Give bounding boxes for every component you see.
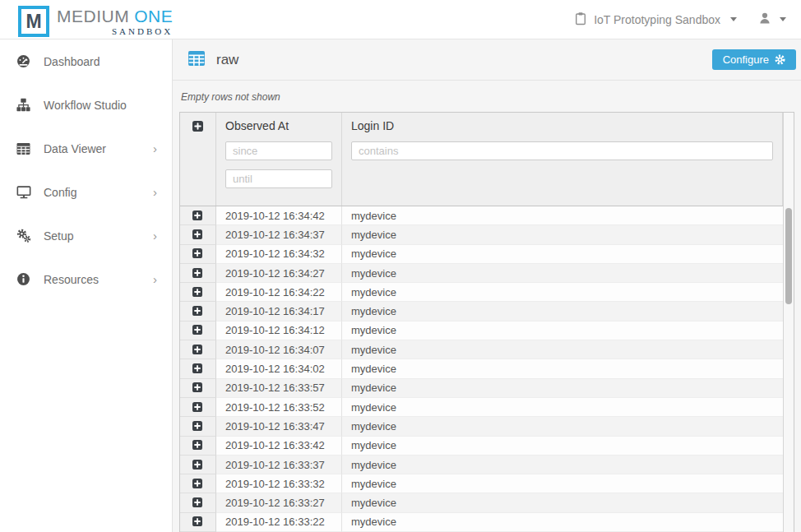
login-id-cell: mydevice	[342, 513, 783, 532]
brand-name-medium: MEDIUM	[57, 7, 129, 25]
plus-square-icon	[192, 121, 203, 206]
table-row: 2019-10-12 16:33:57 mydevice	[180, 379, 794, 398]
filter-since-input[interactable]	[225, 141, 332, 160]
sidebar-item-config[interactable]: Config ›	[0, 170, 172, 214]
expand-row-button[interactable]	[192, 268, 203, 279]
filter-until-input[interactable]	[225, 169, 332, 188]
login-id-cell: mydevice	[342, 379, 783, 398]
expand-row-button[interactable]	[192, 287, 203, 298]
chevron-right-icon: ›	[153, 273, 157, 285]
sidebar-item-data-viewer[interactable]: Data Viewer ›	[0, 127, 172, 170]
expand-row-button[interactable]	[192, 248, 203, 259]
expand-row-button[interactable]	[192, 421, 203, 432]
plus-square-icon	[192, 345, 202, 354]
expand-row-button[interactable]	[192, 345, 203, 355]
expand-row-button[interactable]	[192, 325, 203, 335]
sidebar-item-label: Workflow Studio	[44, 99, 127, 112]
expand-row-cell	[180, 302, 216, 321]
sidebar-item-workflow-studio[interactable]: Workflow Studio	[0, 83, 172, 127]
table-row: 2019-10-12 16:34:17 mydevice	[180, 302, 794, 321]
brand-names: MEDIUM ONE SANDBOX	[57, 7, 173, 36]
login-id-cell: mydevice	[342, 245, 783, 264]
expand-row-cell	[180, 322, 216, 340]
brand-logo[interactable]: M MEDIUM ONE SANDBOX	[18, 2, 173, 37]
table-row: 2019-10-12 16:33:22 mydevice	[180, 513, 794, 532]
plus-square-icon	[192, 248, 202, 258]
project-selector-label: IoT Prototyping Sandbox	[594, 13, 720, 26]
expand-row-cell	[180, 417, 216, 436]
login-id-cell: mydevice	[342, 437, 783, 456]
expand-row-button[interactable]	[192, 363, 203, 374]
expand-row-cell	[180, 493, 216, 512]
expand-row-cell	[180, 513, 216, 532]
sidebar-item-label: Dashboard	[44, 55, 100, 68]
table-header-row: Observed At Login ID	[180, 113, 794, 206]
expand-row-cell	[180, 379, 216, 398]
observed-at-cell: 2019-10-12 16:33:27	[216, 493, 342, 512]
plus-square-icon	[192, 460, 202, 470]
expand-row-cell	[180, 437, 216, 456]
sidebar-item-label: Resources	[44, 273, 99, 286]
expand-row-button[interactable]	[192, 229, 203, 240]
table-row: 2019-10-12 16:33:27 mydevice	[180, 493, 794, 512]
expand-row-cell	[180, 474, 216, 493]
expand-row-button[interactable]	[192, 497, 203, 508]
data-table: Observed At Login ID 2019-10-12 16:	[179, 112, 794, 532]
sidebar-item-setup[interactable]: Setup ›	[0, 214, 172, 257]
sidebar-item-label: Config	[44, 186, 76, 199]
scrollbar-thumb[interactable]	[785, 208, 792, 304]
observed-at-cell: 2019-10-12 16:34:32	[216, 245, 342, 264]
column-label: Login ID	[351, 119, 773, 132]
expand-row-button[interactable]	[192, 210, 203, 221]
login-id-cell: mydevice	[342, 456, 783, 474]
expand-row-button[interactable]	[192, 460, 203, 470]
gear-icon	[775, 54, 785, 65]
observed-at-cell: 2019-10-12 16:33:37	[216, 456, 342, 474]
expand-row-button[interactable]	[192, 479, 203, 489]
filter-contains-input[interactable]	[351, 141, 773, 160]
plus-square-icon	[192, 268, 202, 278]
table-row: 2019-10-12 16:33:37 mydevice	[180, 456, 794, 474]
project-selector-dropdown[interactable]: IoT Prototyping Sandbox	[574, 12, 737, 28]
main-content: raw Configure Empty rows not shown	[173, 39, 801, 532]
login-id-cell: mydevice	[342, 302, 783, 321]
expand-row-button[interactable]	[192, 516, 203, 527]
desktop-icon	[16, 185, 31, 200]
observed-at-cell: 2019-10-12 16:34:12	[216, 322, 342, 340]
table-row: 2019-10-12 16:34:27 mydevice	[180, 264, 794, 283]
expand-row-button[interactable]	[192, 402, 203, 413]
plus-square-icon	[192, 382, 202, 392]
observed-at-cell: 2019-10-12 16:33:42	[216, 437, 342, 456]
expand-row-button[interactable]	[192, 306, 203, 317]
table-row: 2019-10-12 16:34:37 mydevice	[180, 225, 794, 244]
chevron-right-icon: ›	[153, 186, 157, 198]
clipboard-icon	[574, 12, 587, 28]
plus-square-icon	[192, 516, 202, 526]
table-icon	[188, 50, 206, 70]
login-id-cell: mydevice	[342, 264, 783, 283]
table-row: 2019-10-12 16:34:32 mydevice	[180, 245, 794, 264]
expand-row-cell	[180, 283, 216, 302]
observed-at-cell: 2019-10-12 16:34:22	[216, 283, 342, 302]
expand-row-button[interactable]	[192, 440, 203, 451]
observed-at-cell: 2019-10-12 16:34:37	[216, 225, 342, 244]
sidebar-nav: Dashboard Workflow Studio Data Viewer › …	[0, 39, 173, 532]
configure-button[interactable]: Configure	[712, 49, 796, 70]
caret-down-icon	[780, 17, 786, 21]
observed-at-cell: 2019-10-12 16:33:52	[216, 398, 342, 417]
plus-square-icon	[192, 229, 202, 239]
table-row: 2019-10-12 16:34:12 mydevice	[180, 322, 794, 340]
sidebar-item-dashboard[interactable]: Dashboard	[0, 39, 172, 83]
table-body: 2019-10-12 16:34:42 mydevice 2019-10-12 …	[180, 206, 794, 532]
user-menu-dropdown[interactable]	[758, 12, 786, 28]
expand-row-cell	[180, 206, 216, 225]
login-id-cell: mydevice	[342, 225, 783, 244]
sidebar-item-resources[interactable]: Resources ›	[0, 257, 172, 301]
plus-square-icon	[192, 363, 202, 373]
plus-square-icon	[192, 440, 202, 450]
login-id-cell: mydevice	[342, 206, 783, 225]
observed-at-cell: 2019-10-12 16:34:17	[216, 302, 342, 321]
expand-row-button[interactable]	[192, 382, 203, 393]
expand-row-cell	[180, 340, 216, 359]
expand-all-header-cell[interactable]	[180, 113, 216, 206]
